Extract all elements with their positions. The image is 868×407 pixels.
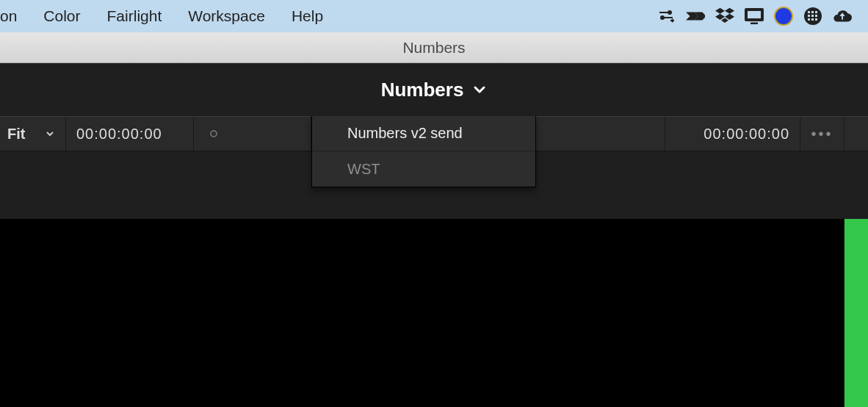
sliders-icon[interactable] [657,7,676,26]
svg-rect-14 [811,11,814,13]
mac-menu-item[interactable]: Workspace [175,0,278,32]
mac-menu-item[interactable]: on [0,0,30,32]
status-circle-icon[interactable] [774,7,793,26]
arrow-swoosh-icon[interactable] [686,7,705,26]
mac-menu-item[interactable]: Help [278,0,336,32]
svg-rect-13 [808,11,810,13]
timecode-right-value: 00:00:00:00 [704,126,789,143]
svg-rect-18 [815,15,817,17]
timecode-left[interactable]: 00:00:00:00 [66,117,194,151]
timeline-title: Numbers [381,79,464,101]
record-indicator-cell[interactable] [194,117,311,151]
app-content: Numbers Fit 00:00:00:00 00:00:00:00 ••• [0,63,868,407]
viewer-canvas[interactable] [0,219,868,407]
dropbox-icon[interactable] [715,7,734,26]
svg-marker-6 [715,14,725,20]
mac-menu-item[interactable]: Color [30,0,93,32]
svg-marker-5 [725,8,734,14]
timeline-dropdown-item[interactable]: Numbers v2 send [312,116,535,151]
svg-rect-10 [747,10,762,19]
svg-marker-8 [721,18,728,23]
window-title: Numbers [402,39,465,57]
mac-menu-item[interactable]: Fairlight [94,0,176,32]
timecode-right[interactable]: 00:00:00:00 [665,117,800,151]
zoom-fit-label: Fit [7,126,25,143]
adjacent-panel-edge [843,219,868,407]
timeline-selector[interactable]: Numbers [0,63,868,116]
window-titlebar: Numbers [0,32,868,63]
timeline-dropdown-item-label: Numbers v2 send [347,125,463,142]
mac-menubar: on Color Fairlight Workspace Help [0,0,868,32]
timeline-dropdown-item-label: WST [347,161,380,178]
zoom-fit-dropdown[interactable]: Fit [0,117,66,151]
chevron-down-icon [45,129,55,139]
timeline-dropdown: Numbers v2 send WST [311,116,536,187]
mac-menu-status-icons [657,7,864,26]
more-dots-icon: ••• [811,126,833,143]
svg-marker-4 [715,8,725,14]
svg-rect-16 [808,15,810,17]
chevron-down-icon [472,82,487,97]
svg-point-1 [668,11,671,14]
svg-rect-20 [811,18,814,21]
svg-point-3 [661,16,664,19]
toolbar-end [845,117,868,151]
grid-circle-icon[interactable] [803,7,822,26]
svg-rect-17 [811,15,814,17]
svg-rect-15 [815,11,817,13]
timecode-left-value: 00:00:00:00 [76,126,162,143]
svg-rect-21 [815,18,817,21]
svg-marker-7 [725,14,734,20]
record-circle-icon [210,130,217,137]
svg-rect-19 [808,18,810,21]
mac-menu-left: on Color Fairlight Workspace Help [0,0,336,32]
cloud-upload-icon[interactable] [833,7,852,26]
timeline-dropdown-item[interactable]: WST [312,151,535,187]
viewer-options-button[interactable]: ••• [800,117,845,151]
display-icon[interactable] [745,7,764,26]
